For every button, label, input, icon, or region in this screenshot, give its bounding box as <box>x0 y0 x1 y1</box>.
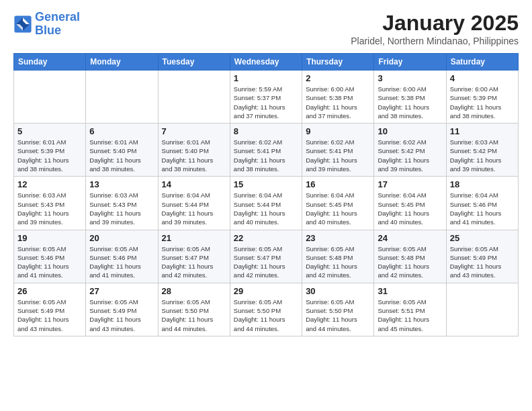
day-info: Sunrise: 6:04 AM Sunset: 5:45 PM Dayligh… <box>306 191 370 226</box>
day-cell: 11Sunrise: 6:03 AM Sunset: 5:42 PM Dayli… <box>446 124 518 177</box>
day-cell: 5Sunrise: 6:01 AM Sunset: 5:39 PM Daylig… <box>14 124 86 177</box>
week-row-4: 19Sunrise: 6:05 AM Sunset: 5:46 PM Dayli… <box>14 230 519 283</box>
day-cell: 3Sunrise: 6:00 AM Sunset: 5:38 PM Daylig… <box>374 71 446 124</box>
day-info: Sunrise: 6:00 AM Sunset: 5:38 PM Dayligh… <box>378 85 442 120</box>
day-cell: 21Sunrise: 6:05 AM Sunset: 5:47 PM Dayli… <box>158 230 230 283</box>
day-number: 2 <box>306 73 370 83</box>
day-info: Sunrise: 6:00 AM Sunset: 5:38 PM Dayligh… <box>306 85 370 120</box>
day-number: 6 <box>89 126 154 136</box>
day-number: 20 <box>89 233 154 243</box>
day-number: 1 <box>234 73 298 83</box>
day-cell: 23Sunrise: 6:05 AM Sunset: 5:48 PM Dayli… <box>302 230 374 283</box>
day-info: Sunrise: 6:03 AM Sunset: 5:42 PM Dayligh… <box>450 138 515 173</box>
day-cell: 1Sunrise: 5:59 AM Sunset: 5:37 PM Daylig… <box>230 71 302 124</box>
day-info: Sunrise: 6:05 AM Sunset: 5:49 PM Dayligh… <box>89 298 154 333</box>
day-cell: 22Sunrise: 6:05 AM Sunset: 5:47 PM Dayli… <box>230 230 302 283</box>
day-info: Sunrise: 6:04 AM Sunset: 5:46 PM Dayligh… <box>450 191 515 226</box>
weekday-header-sunday: Sunday <box>14 54 86 71</box>
day-cell: 6Sunrise: 6:01 AM Sunset: 5:40 PM Daylig… <box>86 124 158 177</box>
day-number: 8 <box>234 126 298 136</box>
day-number: 5 <box>17 126 82 136</box>
logo-text: General Blue <box>35 11 80 38</box>
logo: General Blue <box>13 11 80 38</box>
weekday-header-monday: Monday <box>86 54 158 71</box>
day-info: Sunrise: 6:04 AM Sunset: 5:44 PM Dayligh… <box>234 191 298 226</box>
day-info: Sunrise: 6:05 AM Sunset: 5:47 PM Dayligh… <box>234 244 298 280</box>
day-info: Sunrise: 6:04 AM Sunset: 5:44 PM Dayligh… <box>162 191 226 226</box>
day-number: 27 <box>89 286 154 296</box>
day-number: 25 <box>450 233 515 243</box>
day-cell: 24Sunrise: 6:05 AM Sunset: 5:48 PM Dayli… <box>374 230 446 283</box>
day-cell: 27Sunrise: 6:05 AM Sunset: 5:49 PM Dayli… <box>86 283 158 336</box>
day-cell <box>14 71 86 124</box>
day-info: Sunrise: 6:01 AM Sunset: 5:40 PM Dayligh… <box>89 138 154 173</box>
day-info: Sunrise: 6:05 AM Sunset: 5:48 PM Dayligh… <box>378 244 442 280</box>
day-info: Sunrise: 5:59 AM Sunset: 5:37 PM Dayligh… <box>234 85 298 120</box>
day-number: 3 <box>378 73 442 83</box>
day-number: 7 <box>162 126 226 136</box>
day-cell: 26Sunrise: 6:05 AM Sunset: 5:49 PM Dayli… <box>14 283 86 336</box>
day-number: 30 <box>306 286 370 296</box>
weekday-header-thursday: Thursday <box>302 54 374 71</box>
day-info: Sunrise: 6:04 AM Sunset: 5:45 PM Dayligh… <box>378 191 442 226</box>
day-cell: 9Sunrise: 6:02 AM Sunset: 5:41 PM Daylig… <box>302 124 374 177</box>
day-number: 22 <box>234 233 298 243</box>
day-number: 11 <box>450 126 515 136</box>
day-number: 9 <box>306 126 370 136</box>
day-number: 24 <box>378 233 442 243</box>
location: Plaridel, Northern Mindanao, Philippines <box>351 36 519 46</box>
day-number: 4 <box>450 73 515 83</box>
day-cell <box>86 71 158 124</box>
day-cell: 30Sunrise: 6:05 AM Sunset: 5:50 PM Dayli… <box>302 283 374 336</box>
logo-line1: General <box>35 10 80 24</box>
day-info: Sunrise: 6:05 AM Sunset: 5:48 PM Dayligh… <box>306 244 370 280</box>
day-number: 15 <box>234 179 298 189</box>
day-cell: 20Sunrise: 6:05 AM Sunset: 5:46 PM Dayli… <box>86 230 158 283</box>
day-cell: 18Sunrise: 6:04 AM Sunset: 5:46 PM Dayli… <box>446 177 518 230</box>
week-row-3: 12Sunrise: 6:03 AM Sunset: 5:43 PM Dayli… <box>14 177 519 230</box>
day-number: 17 <box>378 179 442 189</box>
day-info: Sunrise: 6:02 AM Sunset: 5:41 PM Dayligh… <box>306 138 370 173</box>
day-info: Sunrise: 6:02 AM Sunset: 5:41 PM Dayligh… <box>234 138 298 173</box>
day-info: Sunrise: 6:01 AM Sunset: 5:39 PM Dayligh… <box>17 138 82 173</box>
day-cell: 14Sunrise: 6:04 AM Sunset: 5:44 PM Dayli… <box>158 177 230 230</box>
day-number: 21 <box>162 233 226 243</box>
day-info: Sunrise: 6:05 AM Sunset: 5:50 PM Dayligh… <box>234 298 298 333</box>
logo-icon <box>13 15 32 34</box>
day-cell: 15Sunrise: 6:04 AM Sunset: 5:44 PM Dayli… <box>230 177 302 230</box>
day-cell: 10Sunrise: 6:02 AM Sunset: 5:42 PM Dayli… <box>374 124 446 177</box>
day-info: Sunrise: 6:05 AM Sunset: 5:46 PM Dayligh… <box>17 244 82 280</box>
day-number: 12 <box>17 179 82 189</box>
month-title: January 2025 <box>351 11 519 36</box>
week-row-5: 26Sunrise: 6:05 AM Sunset: 5:49 PM Dayli… <box>14 283 519 336</box>
day-cell: 13Sunrise: 6:03 AM Sunset: 5:43 PM Dayli… <box>86 177 158 230</box>
day-number: 26 <box>17 286 82 296</box>
weekday-header-tuesday: Tuesday <box>158 54 230 71</box>
day-number: 18 <box>450 179 515 189</box>
day-cell: 8Sunrise: 6:02 AM Sunset: 5:41 PM Daylig… <box>230 124 302 177</box>
day-number: 13 <box>89 179 154 189</box>
day-cell <box>158 71 230 124</box>
day-cell: 12Sunrise: 6:03 AM Sunset: 5:43 PM Dayli… <box>14 177 86 230</box>
day-cell: 4Sunrise: 6:00 AM Sunset: 5:39 PM Daylig… <box>446 71 518 124</box>
day-number: 16 <box>306 179 370 189</box>
day-info: Sunrise: 6:01 AM Sunset: 5:40 PM Dayligh… <box>162 138 226 173</box>
day-info: Sunrise: 6:05 AM Sunset: 5:49 PM Dayligh… <box>17 298 82 333</box>
day-cell: 16Sunrise: 6:04 AM Sunset: 5:45 PM Dayli… <box>302 177 374 230</box>
day-cell: 17Sunrise: 6:04 AM Sunset: 5:45 PM Dayli… <box>374 177 446 230</box>
page: General Blue January 2025 Plaridel, Nort… <box>0 0 532 411</box>
day-info: Sunrise: 6:03 AM Sunset: 5:43 PM Dayligh… <box>89 191 154 226</box>
weekday-header-wednesday: Wednesday <box>230 54 302 71</box>
weekday-header-row: SundayMondayTuesdayWednesdayThursdayFrid… <box>14 54 519 71</box>
day-info: Sunrise: 6:00 AM Sunset: 5:39 PM Dayligh… <box>450 85 515 120</box>
day-number: 10 <box>378 126 442 136</box>
calendar: SundayMondayTuesdayWednesdayThursdayFrid… <box>13 53 519 336</box>
day-number: 31 <box>378 286 442 296</box>
week-row-2: 5Sunrise: 6:01 AM Sunset: 5:39 PM Daylig… <box>14 124 519 177</box>
day-cell: 2Sunrise: 6:00 AM Sunset: 5:38 PM Daylig… <box>302 71 374 124</box>
weekday-header-friday: Friday <box>374 54 446 71</box>
day-cell <box>446 283 518 336</box>
day-info: Sunrise: 6:02 AM Sunset: 5:42 PM Dayligh… <box>378 138 442 173</box>
title-block: January 2025 Plaridel, Northern Mindanao… <box>351 11 519 46</box>
day-cell: 25Sunrise: 6:05 AM Sunset: 5:49 PM Dayli… <box>446 230 518 283</box>
